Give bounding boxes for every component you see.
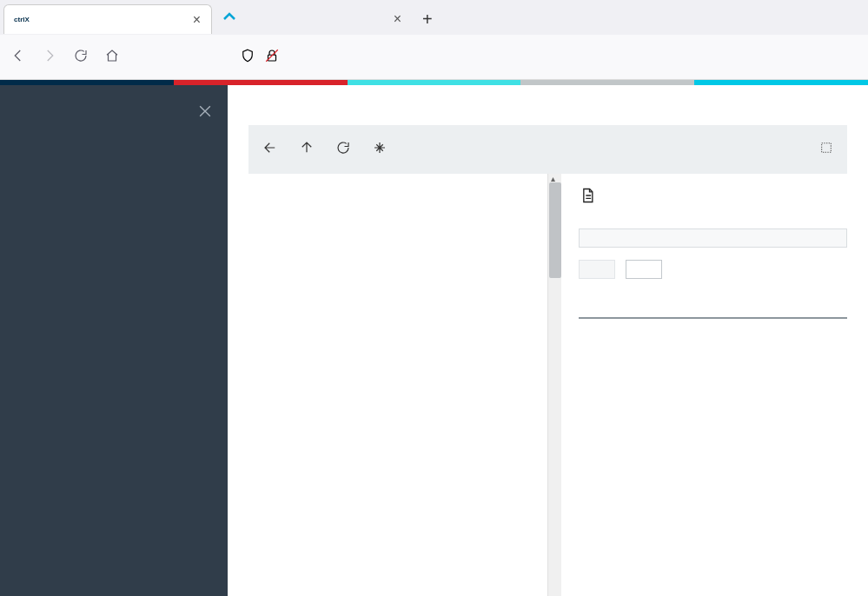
content: ▴ (228, 85, 868, 596)
favicon-ctrlx: ctrlX (15, 13, 29, 27)
lock-icon (264, 48, 280, 67)
url-bar[interactable] (229, 43, 858, 72)
detail-pane (561, 174, 847, 596)
close-icon[interactable]: × (193, 12, 201, 28)
discard-button[interactable] (626, 260, 662, 279)
browser-tab[interactable]: × (212, 4, 412, 34)
metadata-table (579, 300, 847, 319)
svg-rect-2 (822, 143, 832, 153)
scroll-thumb[interactable] (549, 182, 561, 278)
detail-header (579, 186, 847, 209)
scrollbar[interactable]: ▴ (547, 174, 561, 596)
close-icon[interactable]: × (394, 11, 401, 27)
tree-pane: ▴ (248, 174, 561, 596)
new-tab-button[interactable]: + (412, 10, 443, 30)
value-box (579, 228, 847, 248)
tab-strip: ctrlX × × + (0, 0, 868, 35)
shield-icon (240, 48, 255, 67)
reload-button[interactable] (73, 48, 89, 67)
th-name (579, 300, 713, 318)
browser-tab-active[interactable]: ctrlX × (3, 4, 212, 34)
nav-bar (0, 35, 868, 80)
page-title (228, 85, 868, 113)
nav-back-icon[interactable] (262, 140, 278, 159)
sidebar-close-icon[interactable] (196, 103, 214, 123)
page-icon (579, 186, 596, 209)
toolbar (248, 125, 847, 174)
home-button[interactable] (104, 48, 120, 67)
browser-chrome: ctrlX × × + (0, 0, 868, 80)
back-button[interactable] (10, 48, 26, 67)
sparkle-icon[interactable] (372, 140, 388, 159)
expand-icon[interactable] (819, 141, 833, 158)
forward-button[interactable] (42, 48, 57, 67)
th-value (713, 300, 848, 318)
write-button (579, 260, 615, 279)
sidebar (0, 85, 228, 596)
sidebar-header (0, 85, 228, 106)
refresh-icon[interactable] (335, 140, 351, 159)
nav-buttons (10, 48, 120, 67)
nav-up-icon[interactable] (299, 140, 315, 159)
favicon-rexroth (222, 12, 236, 26)
